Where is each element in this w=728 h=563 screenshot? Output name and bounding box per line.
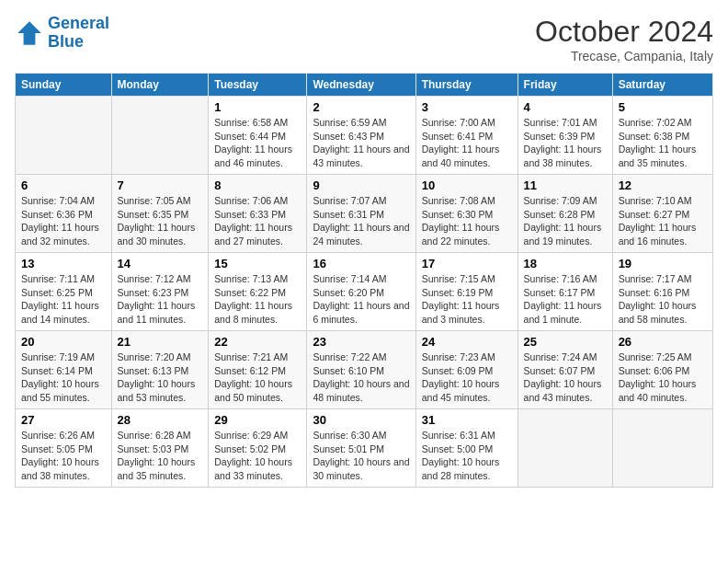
day-number: 8 xyxy=(214,178,301,192)
day-number: 12 xyxy=(619,178,707,192)
calendar-cell: 22Sunrise: 7:21 AM Sunset: 6:12 PM Dayli… xyxy=(209,331,307,409)
calendar-cell: 17Sunrise: 7:15 AM Sunset: 6:19 PM Dayli… xyxy=(415,253,518,331)
calendar-cell: 1Sunrise: 6:58 AM Sunset: 6:44 PM Daylig… xyxy=(209,97,307,175)
day-number: 30 xyxy=(313,413,409,427)
calendar-cell: 19Sunrise: 7:17 AM Sunset: 6:16 PM Dayli… xyxy=(612,253,712,331)
logo: General Blue xyxy=(15,15,109,52)
calendar-cell: 13Sunrise: 7:11 AM Sunset: 6:25 PM Dayli… xyxy=(16,253,112,331)
day-info: Sunrise: 6:28 AM Sunset: 5:03 PM Dayligh… xyxy=(118,429,203,483)
day-number: 31 xyxy=(422,413,512,427)
calendar-cell xyxy=(518,409,612,488)
calendar-week-row: 27Sunrise: 6:26 AM Sunset: 5:05 PM Dayli… xyxy=(16,409,713,488)
day-number: 2 xyxy=(313,100,409,114)
day-info: Sunrise: 7:11 AM Sunset: 6:25 PM Dayligh… xyxy=(21,272,106,327)
weekday-header-sunday: Sunday xyxy=(16,74,112,97)
day-number: 4 xyxy=(524,100,607,114)
calendar-cell: 12Sunrise: 7:10 AM Sunset: 6:27 PM Dayli… xyxy=(612,175,712,253)
day-number: 11 xyxy=(524,178,607,192)
day-number: 14 xyxy=(118,257,203,270)
calendar-cell xyxy=(111,97,209,175)
calendar-cell: 3Sunrise: 7:00 AM Sunset: 6:41 PM Daylig… xyxy=(415,97,518,175)
day-info: Sunrise: 6:58 AM Sunset: 6:44 PM Dayligh… xyxy=(214,116,301,170)
day-info: Sunrise: 7:16 AM Sunset: 6:17 PM Dayligh… xyxy=(524,272,607,327)
weekday-header-wednesday: Wednesday xyxy=(307,74,415,97)
calendar-cell: 16Sunrise: 7:14 AM Sunset: 6:20 PM Dayli… xyxy=(307,253,415,331)
day-info: Sunrise: 6:31 AM Sunset: 5:00 PM Dayligh… xyxy=(422,429,512,483)
day-number: 18 xyxy=(524,257,607,270)
weekday-header-friday: Friday xyxy=(518,74,612,97)
day-number: 19 xyxy=(619,257,707,270)
calendar-cell: 31Sunrise: 6:31 AM Sunset: 5:00 PM Dayli… xyxy=(415,409,518,488)
calendar-cell: 30Sunrise: 6:30 AM Sunset: 5:01 PM Dayli… xyxy=(307,409,415,488)
calendar-cell: 28Sunrise: 6:28 AM Sunset: 5:03 PM Dayli… xyxy=(111,409,209,488)
day-info: Sunrise: 7:02 AM Sunset: 6:38 PM Dayligh… xyxy=(619,116,707,170)
calendar-cell: 7Sunrise: 7:05 AM Sunset: 6:35 PM Daylig… xyxy=(111,175,209,253)
day-number: 26 xyxy=(619,335,707,349)
calendar-cell: 27Sunrise: 6:26 AM Sunset: 5:05 PM Dayli… xyxy=(16,409,112,488)
month-title: October 2024 xyxy=(535,15,713,49)
calendar-cell: 6Sunrise: 7:04 AM Sunset: 6:36 PM Daylig… xyxy=(16,175,112,253)
day-info: Sunrise: 7:09 AM Sunset: 6:28 PM Dayligh… xyxy=(524,194,607,248)
day-number: 13 xyxy=(21,257,106,270)
title-block: October 2024 Trecase, Campania, Italy xyxy=(535,15,713,63)
day-info: Sunrise: 7:19 AM Sunset: 6:14 PM Dayligh… xyxy=(21,350,106,405)
calendar-cell: 4Sunrise: 7:01 AM Sunset: 6:39 PM Daylig… xyxy=(518,97,612,175)
day-info: Sunrise: 7:10 AM Sunset: 6:27 PM Dayligh… xyxy=(619,194,707,248)
location-subtitle: Trecase, Campania, Italy xyxy=(535,49,713,63)
calendar-cell: 21Sunrise: 7:20 AM Sunset: 6:13 PM Dayli… xyxy=(111,331,209,409)
calendar-week-row: 6Sunrise: 7:04 AM Sunset: 6:36 PM Daylig… xyxy=(16,175,713,253)
day-info: Sunrise: 6:29 AM Sunset: 5:02 PM Dayligh… xyxy=(214,429,301,483)
day-number: 28 xyxy=(118,413,203,427)
day-number: 22 xyxy=(214,335,301,349)
calendar-cell: 10Sunrise: 7:08 AM Sunset: 6:30 PM Dayli… xyxy=(415,175,518,253)
day-info: Sunrise: 7:23 AM Sunset: 6:09 PM Dayligh… xyxy=(422,350,512,405)
logo-text: General Blue xyxy=(48,15,109,52)
day-info: Sunrise: 6:59 AM Sunset: 6:43 PM Dayligh… xyxy=(313,116,409,170)
day-number: 1 xyxy=(214,100,301,114)
calendar-week-row: 13Sunrise: 7:11 AM Sunset: 6:25 PM Dayli… xyxy=(16,253,713,331)
calendar-cell: 5Sunrise: 7:02 AM Sunset: 6:38 PM Daylig… xyxy=(612,97,712,175)
day-number: 23 xyxy=(313,335,409,349)
calendar-week-row: 1Sunrise: 6:58 AM Sunset: 6:44 PM Daylig… xyxy=(16,97,713,175)
day-number: 20 xyxy=(21,335,106,349)
day-info: Sunrise: 7:05 AM Sunset: 6:35 PM Dayligh… xyxy=(118,194,203,248)
calendar-cell: 14Sunrise: 7:12 AM Sunset: 6:23 PM Dayli… xyxy=(111,253,209,331)
day-number: 5 xyxy=(619,100,707,114)
day-info: Sunrise: 6:26 AM Sunset: 5:05 PM Dayligh… xyxy=(21,429,106,483)
day-number: 3 xyxy=(422,100,512,114)
day-number: 6 xyxy=(21,178,106,192)
day-info: Sunrise: 7:20 AM Sunset: 6:13 PM Dayligh… xyxy=(118,350,203,405)
calendar-week-row: 20Sunrise: 7:19 AM Sunset: 6:14 PM Dayli… xyxy=(16,331,713,409)
svg-marker-0 xyxy=(17,21,41,45)
calendar-cell: 2Sunrise: 6:59 AM Sunset: 6:43 PM Daylig… xyxy=(307,97,415,175)
weekday-header-tuesday: Tuesday xyxy=(209,74,307,97)
calendar-cell: 15Sunrise: 7:13 AM Sunset: 6:22 PM Dayli… xyxy=(209,253,307,331)
day-number: 9 xyxy=(313,178,409,192)
logo-line2: Blue xyxy=(48,33,109,52)
calendar-cell: 25Sunrise: 7:24 AM Sunset: 6:07 PM Dayli… xyxy=(518,331,612,409)
day-info: Sunrise: 7:08 AM Sunset: 6:30 PM Dayligh… xyxy=(422,194,512,248)
calendar-cell: 18Sunrise: 7:16 AM Sunset: 6:17 PM Dayli… xyxy=(518,253,612,331)
calendar-table: SundayMondayTuesdayWednesdayThursdayFrid… xyxy=(15,73,713,488)
day-number: 10 xyxy=(422,178,512,192)
page-header: General Blue October 2024 Trecase, Campa… xyxy=(15,15,713,63)
day-info: Sunrise: 7:01 AM Sunset: 6:39 PM Dayligh… xyxy=(524,116,607,170)
day-info: Sunrise: 7:12 AM Sunset: 6:23 PM Dayligh… xyxy=(118,272,203,327)
day-info: Sunrise: 7:13 AM Sunset: 6:22 PM Dayligh… xyxy=(214,272,301,327)
day-info: Sunrise: 7:17 AM Sunset: 6:16 PM Dayligh… xyxy=(619,272,707,327)
calendar-cell xyxy=(16,97,112,175)
weekday-header-row: SundayMondayTuesdayWednesdayThursdayFrid… xyxy=(16,74,713,97)
calendar-cell: 24Sunrise: 7:23 AM Sunset: 6:09 PM Dayli… xyxy=(415,331,518,409)
calendar-cell: 29Sunrise: 6:29 AM Sunset: 5:02 PM Dayli… xyxy=(209,409,307,488)
calendar-cell xyxy=(612,409,712,488)
day-info: Sunrise: 7:24 AM Sunset: 6:07 PM Dayligh… xyxy=(524,350,607,405)
day-info: Sunrise: 6:30 AM Sunset: 5:01 PM Dayligh… xyxy=(313,429,409,483)
day-info: Sunrise: 7:15 AM Sunset: 6:19 PM Dayligh… xyxy=(422,272,512,327)
day-info: Sunrise: 7:00 AM Sunset: 6:41 PM Dayligh… xyxy=(422,116,512,170)
day-info: Sunrise: 7:04 AM Sunset: 6:36 PM Dayligh… xyxy=(21,194,106,248)
logo-icon xyxy=(15,18,44,48)
calendar-cell: 8Sunrise: 7:06 AM Sunset: 6:33 PM Daylig… xyxy=(209,175,307,253)
logo-line1: General xyxy=(48,14,109,32)
day-info: Sunrise: 7:06 AM Sunset: 6:33 PM Dayligh… xyxy=(214,194,301,248)
weekday-header-thursday: Thursday xyxy=(415,74,518,97)
